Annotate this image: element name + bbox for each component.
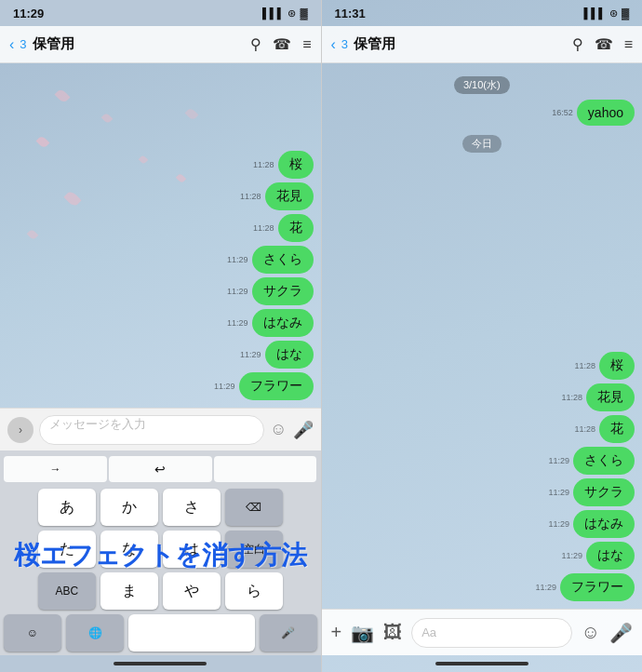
member-count-right: 3 xyxy=(341,37,348,51)
kb-key-ra[interactable]: ら xyxy=(225,572,283,610)
emoji-icon-right[interactable]: ☺ xyxy=(582,622,600,643)
message-bubble: サクラ xyxy=(252,277,314,305)
phone-icon-right[interactable]: ☎ xyxy=(595,35,613,53)
status-time-left: 11:29 xyxy=(13,7,44,20)
emoji-icon-left[interactable]: ☺ xyxy=(270,420,287,439)
message-bubble: 花 xyxy=(278,214,314,242)
kb-key-ka[interactable]: か xyxy=(100,489,158,526)
kb-key-na[interactable]: な xyxy=(100,531,158,568)
message-row: 11:28 桜 xyxy=(253,151,314,179)
back-icon-right[interactable]: ‹ xyxy=(331,36,336,53)
kb-key-emoji-bottom[interactable]: ☺ xyxy=(4,614,61,652)
message-bubble: フラワー xyxy=(239,372,314,400)
message-bubble: はなみ xyxy=(252,309,314,337)
header-icons-right: ⚲ ☎ ≡ xyxy=(572,35,633,53)
message-row: 11:28 花 xyxy=(329,415,635,443)
message-bubble: 桜 xyxy=(599,352,635,380)
kb-key-globe[interactable]: 🌐 xyxy=(66,614,124,652)
message-row: 11:29 はな xyxy=(240,341,314,369)
wifi-icon-right: ⊛ xyxy=(609,7,618,20)
menu-icon-left[interactable]: ≡ xyxy=(302,36,311,53)
message-input-left[interactable]: メッセージを入力 xyxy=(39,415,264,445)
message-row: 11:28 花 xyxy=(253,214,314,242)
message-row: 11:28 桜 xyxy=(329,352,635,380)
message-bubble-yahoo: yahoo xyxy=(577,100,635,126)
message-input-right[interactable]: Aa xyxy=(411,618,571,648)
message-row: 11:28 花見 xyxy=(329,383,635,411)
message-bubble: フラワー xyxy=(560,573,635,601)
message-row: 11:29 さくら xyxy=(329,447,635,475)
status-icons-left: ▌▌▌ ⊛ ▓ xyxy=(262,7,307,20)
plus-icon[interactable]: + xyxy=(331,622,342,643)
battery-icon-left: ▓ xyxy=(300,7,307,19)
kb-key-delete[interactable]: ⌫ xyxy=(225,489,283,526)
kb-bottom-row: ☺ 🌐 🎤 xyxy=(4,614,317,652)
status-time-right: 11:31 xyxy=(335,7,366,20)
today-label: 今日 xyxy=(462,135,502,153)
petal xyxy=(55,88,71,104)
expand-button[interactable]: › xyxy=(7,417,33,443)
message-row: 11:28 花見 xyxy=(240,182,314,210)
kb-suggestions: → ↩ xyxy=(4,456,317,482)
back-icon-left[interactable]: ‹ xyxy=(9,36,14,53)
status-bar-left: 11:29 ▌▌▌ ⊛ ▓ xyxy=(0,0,321,26)
message-row: 11:29 フラワー xyxy=(214,372,314,400)
menu-icon-right[interactable]: ≡ xyxy=(624,36,633,53)
header-icons-left: ⚲ ☎ ≡ xyxy=(250,35,311,53)
message-bubble: はな xyxy=(265,341,314,369)
message-bubble: 桜 xyxy=(278,151,314,179)
messages-left: 11:28 桜 11:28 花見 11:28 花 11:29 さくら 11:29… xyxy=(0,143,321,408)
camera-icon[interactable]: 📷 xyxy=(351,622,374,644)
phone-icon-left[interactable]: ☎ xyxy=(273,35,291,53)
kb-key-ta[interactable]: た xyxy=(38,531,96,568)
message-bubble: サクラ xyxy=(573,478,635,506)
mic-icon-left[interactable]: 🎤 xyxy=(293,420,314,440)
keyboard-left: → ↩ あ か さ ⌫ た な は 空白 ABC ま や ら ☺ 🌐 xyxy=(0,450,321,655)
home-indicator-right xyxy=(322,655,643,672)
message-row: 11:29 はなみ xyxy=(329,510,635,538)
kb-row-1: あ か さ ⌫ xyxy=(4,489,317,526)
suggestion-undo[interactable]: ↩ xyxy=(109,456,212,482)
member-count-left: 3 xyxy=(20,37,26,51)
kb-key-space-wide[interactable] xyxy=(128,614,255,652)
message-bubble: さくら xyxy=(252,246,314,274)
kb-key-ma[interactable]: ま xyxy=(100,572,158,610)
kb-key-abc[interactable]: ABC xyxy=(38,572,96,610)
image-icon[interactable]: 🖼 xyxy=(383,622,402,643)
kb-key-ya[interactable]: や xyxy=(163,572,221,610)
message-bubble: はな xyxy=(586,542,635,570)
messages-right: 11:28 桜 11:28 花見 11:28 花 11:29 さくら 11:29… xyxy=(329,158,635,601)
message-bubble: 花 xyxy=(599,415,635,443)
chat-area-left: 11:28 桜 11:28 花見 11:28 花 11:29 さくら 11:29… xyxy=(0,63,321,408)
search-icon-left[interactable]: ⚲ xyxy=(250,35,261,53)
message-row: 11:29 さくら xyxy=(227,246,314,274)
message-row: 11:29 サクラ xyxy=(329,478,635,506)
message-bubble: 花見 xyxy=(265,182,314,210)
home-indicator-left xyxy=(0,655,321,672)
search-icon-right[interactable]: ⚲ xyxy=(572,35,583,53)
kb-key-mic-bottom[interactable]: 🎤 xyxy=(260,614,317,652)
signal-icon-left: ▌▌▌ xyxy=(262,7,284,19)
kb-row-2: た な は 空白 xyxy=(4,531,317,568)
petal xyxy=(101,113,114,125)
chat-area-right: 3/10(水) 16:52 yahoo 今日 11:28 桜 11:28 花見 … xyxy=(322,63,643,609)
signal-icon-right: ▌▌▌ xyxy=(584,7,606,19)
message-bubble: はなみ xyxy=(573,510,635,538)
message-row-yahoo: 16:52 yahoo xyxy=(329,100,635,126)
message-bubble: 花見 xyxy=(586,383,635,411)
bottom-bar-right: + 📷 🖼 Aa ☺ 🎤 xyxy=(322,609,643,655)
kb-key-sa[interactable]: さ xyxy=(163,489,221,526)
input-bar-left: › メッセージを入力 ☺ 🎤 xyxy=(0,408,321,450)
kb-key-ha[interactable]: は xyxy=(163,531,221,568)
kb-key-a[interactable]: あ xyxy=(38,489,96,526)
home-bar-right xyxy=(435,662,528,665)
kb-key-space[interactable]: 空白 xyxy=(225,531,283,568)
suggestion-arrow[interactable]: → xyxy=(4,456,107,482)
message-row: 11:29 フラワー xyxy=(329,573,635,601)
message-bubble: さくら xyxy=(573,447,635,475)
status-icons-right: ▌▌▌ ⊛ ▓ xyxy=(584,7,629,20)
petal xyxy=(185,107,199,121)
chat-header-right: ‹ 3 保管用 ⚲ ☎ ≡ xyxy=(322,26,643,63)
home-bar-left xyxy=(114,662,207,665)
mic-icon-right[interactable]: 🎤 xyxy=(609,622,633,644)
